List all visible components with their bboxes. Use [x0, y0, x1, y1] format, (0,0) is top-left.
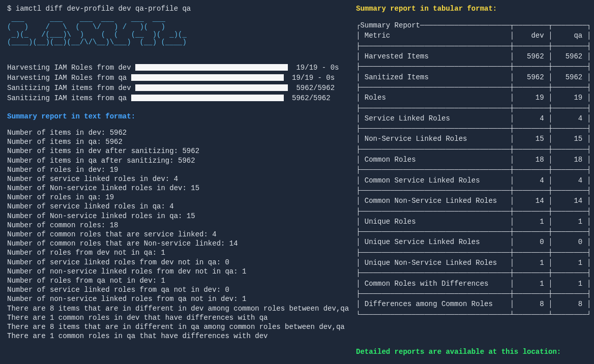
text-report-line: There are 1 common roles in dev that hav… — [7, 313, 347, 322]
progress-row: Sanitizing IAM items from qa 5962/5962 — [7, 94, 347, 103]
text-report-line: Number of service linked roles from qa n… — [7, 285, 347, 294]
progress-block: Harvesting IAM Roles from dev 19/19 - 0s… — [7, 63, 347, 103]
progress-value: 19/19 - 0s — [292, 63, 339, 72]
progress-value: 5962/5962 — [288, 94, 331, 103]
progress-row: Sanitizing IAM items from dev 5962/5962 — [7, 83, 347, 93]
summary-table: ┌Summary Report─────────────────────┬───… — [356, 20, 587, 320]
progress-bar — [131, 74, 284, 81]
text-report-line: Number of items in qa after sanitizing: … — [7, 156, 347, 165]
ascii-logo: ___ ___ ___ ___ ___ ___ ( ) / \ ( \/ ) /… — [7, 15, 347, 47]
progress-row: Harvesting IAM Roles from dev 19/19 - 0s — [7, 63, 347, 72]
terminal-output: $ iamctl diff dev-profile dev qa-profile… — [0, 0, 594, 364]
text-report-line: There are 1 common roles in qa that have… — [7, 331, 347, 341]
table-report-title: Summary report in tabular format: — [356, 4, 587, 13]
text-report-line: Number of items in qa: 5962 — [7, 137, 347, 146]
text-report-line: There are 8 items that are in different … — [7, 304, 347, 313]
text-report-line: Number of Non-service linked roles in de… — [7, 184, 347, 193]
progress-label: Sanitizing IAM items from dev — [7, 83, 135, 93]
text-report-line: Number of roles from dev not in qa: 1 — [7, 248, 347, 257]
text-report-line: Number of service linked roles in qa: 4 — [7, 202, 347, 211]
text-report-line: Number of Non-service linked roles in qa… — [7, 211, 347, 221]
progress-value: 5962/5962 — [292, 83, 335, 93]
text-report-line: Number of roles in dev: 19 — [7, 165, 347, 174]
left-column: $ iamctl diff dev-profile dev qa-profile… — [0, 0, 352, 364]
progress-label: Harvesting IAM Roles from dev — [7, 63, 135, 72]
text-report-line: Number of common roles: 18 — [7, 221, 347, 230]
text-report-line: Number of roles in qa: 19 — [7, 193, 347, 202]
text-report-line: There are 8 items that are in different … — [7, 322, 347, 331]
progress-row: Harvesting IAM Roles from qa 19/19 - 0s — [7, 73, 347, 82]
text-report-line: Number of non-service linked roles from … — [7, 267, 347, 276]
text-report-title: Summary report in text format: — [7, 112, 347, 121]
right-column: Summary report in tabular format: ┌Summa… — [352, 0, 593, 364]
progress-label: Sanitizing IAM items from qa — [7, 94, 131, 103]
text-report-line: Number of common roles that are Non-serv… — [7, 239, 347, 248]
text-report-line: Number of service linked roles from dev … — [7, 258, 347, 267]
footer-location: Detailed reports are available at this l… — [356, 329, 587, 364]
progress-bar — [131, 95, 284, 101]
progress-value: 19/19 - 0s — [288, 73, 335, 82]
progress-bar — [135, 64, 288, 71]
text-report: Number of items in dev: 5962Number of it… — [7, 128, 347, 341]
text-report-line: Number of roles from qa not in dev: 1 — [7, 276, 347, 285]
text-report-line: Number of service linked roles in dev: 4 — [7, 174, 347, 184]
footer-line1: Detailed reports are available at this l… — [356, 347, 587, 356]
shell-prompt: $ iamctl diff dev-profile dev qa-profile… — [7, 4, 347, 13]
text-report-line: Number of items in dev: 5962 — [7, 128, 347, 137]
progress-label: Harvesting IAM Roles from qa — [7, 73, 131, 82]
text-report-line: Number of items in dev after sanitizing:… — [7, 146, 347, 156]
progress-bar — [135, 84, 288, 91]
text-report-line: Number of common roles that are service … — [7, 230, 347, 239]
text-report-line: Number of non-service linked roles from … — [7, 294, 347, 304]
